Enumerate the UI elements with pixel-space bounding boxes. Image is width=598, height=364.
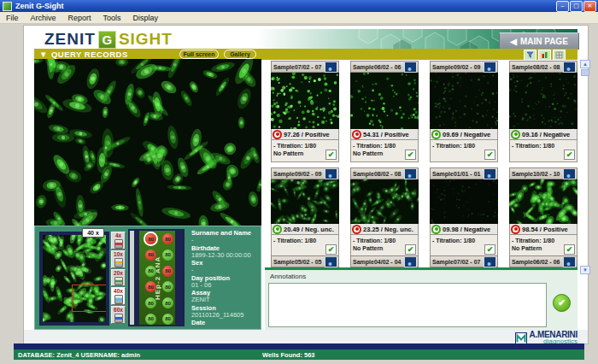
well-1[interactable]: 80 (145, 233, 156, 244)
well-8[interactable]: 80 (162, 281, 173, 292)
menarini-m-icon (515, 332, 527, 344)
sample-result-bar: 97.26 / Positive (271, 129, 339, 140)
objective-icon (114, 314, 123, 323)
navigator-thumbnail[interactable] (39, 232, 109, 326)
status-icon (352, 130, 361, 139)
zoom-button-20x[interactable]: 20x (111, 269, 126, 287)
well-11[interactable]: 80 (145, 314, 156, 325)
zoom-button-4x[interactable]: 4x (111, 232, 126, 250)
status-icon (352, 225, 361, 234)
sample-thumbnail[interactable] (509, 179, 577, 224)
logo-g-icon: G (98, 31, 116, 49)
sample-result-bar: 09.98 / Negative (430, 224, 498, 235)
well-4[interactable]: 80 (162, 250, 173, 261)
sample-card-header: Sample07/02 - 07 (430, 255, 498, 267)
grid-icon[interactable] (553, 50, 566, 61)
sample-card-header: Sample06/02 - 06 (350, 61, 419, 73)
zoom-button-10x[interactable]: 10x (111, 250, 126, 268)
sample-thumbnail[interactable] (350, 73, 419, 129)
annotations-input[interactable] (268, 283, 547, 327)
sample-card: Sample09/02 - 09 09.69 / Negative - Titr… (430, 61, 498, 162)
sample-row-2: Sample09/02 - 09 20.49 / Neg. unc. - Tit… (271, 167, 577, 257)
well-5[interactable]: 80 (145, 266, 156, 277)
zoom-button-40x[interactable]: 40x (111, 287, 126, 305)
confirm-annotations-button[interactable]: ✔ (553, 294, 571, 312)
patient-icon[interactable] (404, 168, 417, 179)
confirm-checkbox[interactable]: ✔ (484, 244, 495, 255)
app-logo: ZENIT G SIGHT (44, 31, 173, 48)
confirm-checkbox[interactable]: ✔ (405, 244, 416, 255)
sample-thumbnail[interactable] (509, 73, 577, 129)
maximize-button[interactable]: ▢ (570, 1, 583, 12)
chart-icon[interactable] (538, 50, 551, 61)
sample-result-bar: 98.54 / Positive (509, 224, 577, 235)
query-records-title: QUERY RECORDS (51, 50, 128, 59)
annotations-label: Annotations (270, 273, 306, 280)
sample-result: 23.25 / Neg. unc. (363, 226, 413, 233)
menu-file[interactable]: File (0, 14, 25, 22)
gallery-button[interactable]: Gallery (224, 50, 256, 59)
sample-card-header: Sample09/02 - 09 (430, 61, 498, 73)
confirm-checkbox[interactable]: ✔ (325, 244, 337, 255)
sample-name: Sample05/02 - 05 (273, 259, 321, 265)
well-6[interactable]: 80 (162, 266, 173, 277)
sample-thumbnail[interactable] (271, 73, 339, 129)
menu-report[interactable]: Report (62, 14, 97, 22)
scroll-up-icon[interactable]: ▲ (580, 60, 590, 68)
patient-icon[interactable] (484, 62, 496, 73)
full-screen-button[interactable]: Full screen (179, 50, 219, 59)
confirm-checkbox[interactable]: ✔ (325, 150, 337, 160)
confirm-checkbox[interactable]: ✔ (405, 150, 416, 160)
sample-thumbnail[interactable] (271, 179, 339, 224)
zoom-button-60x[interactable]: 60x (111, 306, 126, 324)
patient-icon[interactable] (404, 256, 417, 267)
navigator-selection-rect[interactable] (72, 285, 108, 312)
window-titlebar: Zenit G-Sight – ▢ ✕ (0, 0, 598, 12)
sample-result: 09.69 / Negative (443, 131, 490, 138)
filter-icon[interactable] (524, 50, 536, 61)
well-10[interactable]: 80 (162, 297, 173, 308)
patient-icon[interactable] (563, 168, 576, 179)
sample-name: Sample07/02 - 07 (432, 259, 480, 265)
menu-tools[interactable]: Tools (97, 14, 127, 22)
patient-icon[interactable] (563, 256, 576, 267)
close-button[interactable]: ✕ (583, 1, 596, 12)
sample-thumbnail[interactable] (430, 179, 498, 224)
main-page-button[interactable]: ◀ MAIN PAGE (499, 32, 579, 50)
menu-archive[interactable]: Archive (25, 14, 62, 22)
sample-thumbnail[interactable] (350, 179, 419, 224)
well-3[interactable]: 80 (145, 250, 156, 261)
confirm-checkbox[interactable]: ✔ (484, 150, 495, 160)
well-9[interactable]: 80 (145, 297, 156, 308)
sample-name: Sample09/02 - 09 (273, 171, 321, 177)
scroll-down-icon[interactable]: ▼ (580, 266, 590, 274)
minimize-button[interactable]: – (556, 1, 569, 12)
menu-display[interactable]: Display (127, 14, 165, 22)
sample-name: Sample08/02 - 08 (512, 64, 560, 70)
confirm-checkbox[interactable]: ✔ (564, 150, 575, 160)
well-2[interactable]: 80 (162, 233, 173, 244)
window-title: Zenit G-Sight (15, 2, 64, 10)
patient-icon[interactable] (404, 62, 417, 73)
sample-result-bar: 23.25 / Neg. unc. (350, 224, 419, 235)
titration-label: - Titration: 1/80 (512, 237, 577, 244)
patient-icon[interactable] (484, 168, 496, 179)
patient-icon[interactable] (325, 256, 337, 267)
scrollbar-thumb[interactable] (581, 69, 589, 76)
sample-thumbnail[interactable] (430, 73, 498, 129)
sample-result: 20.49 / Neg. unc. (284, 226, 334, 233)
patient-icon[interactable] (325, 168, 337, 179)
magnification-label: 40 x (82, 228, 104, 238)
patient-icon[interactable] (484, 256, 496, 267)
confirm-checkbox[interactable]: ✔ (564, 244, 575, 255)
specimen-image[interactable] (34, 59, 261, 226)
patient-icon[interactable] (325, 62, 337, 73)
sample-info: - Titration: 1/80 ✔ (430, 140, 498, 162)
well-7[interactable]: 80 (145, 281, 156, 292)
sample-card: Sample01/01 - 01 09.98 / Negative - Titr… (430, 167, 498, 257)
well-12[interactable]: 80 (162, 314, 173, 325)
sample-card-header: Sample08/02 - 08 (350, 167, 419, 179)
sample-card: Sample06/02 - 06 54.31 / Positive - Titr… (350, 61, 419, 162)
field-label: Date (191, 320, 258, 326)
patient-icon[interactable] (563, 62, 576, 73)
